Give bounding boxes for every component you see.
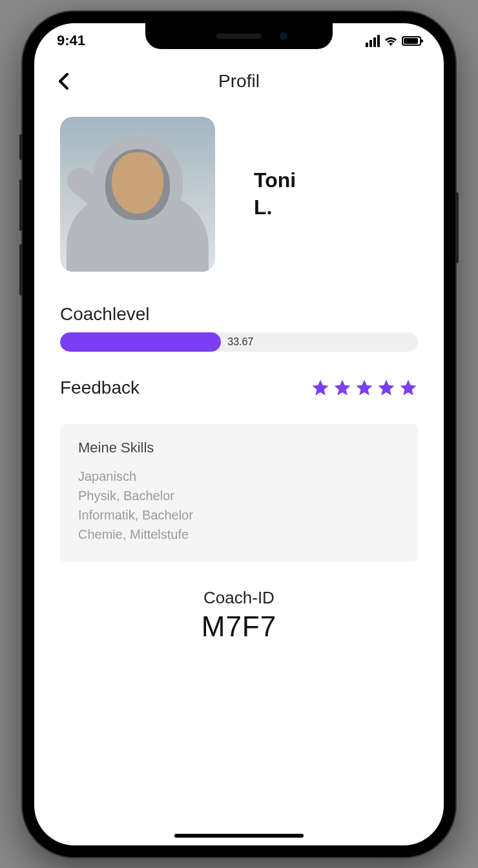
page-title: Profil: [218, 71, 260, 92]
skills-list: JapanischPhysik, BachelorInformatik, Bac…: [78, 467, 400, 544]
home-indicator[interactable]: [174, 834, 304, 838]
profile-name: Toni L.: [254, 167, 296, 221]
screen: 9:41: [34, 23, 444, 845]
feedback-row: Feedback: [60, 378, 418, 398]
feedback-stars: [311, 378, 418, 398]
skill-item: Chemie, Mittelstufe: [78, 525, 400, 544]
side-button: [19, 179, 23, 231]
feedback-label: Feedback: [60, 378, 140, 398]
star-icon: [333, 378, 352, 398]
profile-header: Toni L.: [60, 117, 418, 272]
back-button[interactable]: [54, 72, 73, 91]
coach-id-value: M7F7: [60, 611, 418, 643]
nav-header: Profil: [34, 59, 444, 97]
skill-item: Informatik, Bachelor: [78, 505, 400, 525]
cellular-signal-icon: [366, 35, 380, 47]
skill-item: Physik, Bachelor: [78, 486, 400, 505]
skills-title: Meine Skills: [78, 439, 400, 456]
star-icon: [399, 378, 418, 398]
battery-icon: [402, 36, 421, 46]
coach-id-label: Coach-ID: [60, 588, 418, 608]
coach-id-section: Coach-ID M7F7: [60, 588, 418, 643]
side-button: [19, 134, 23, 160]
phone-frame: 9:41: [23, 12, 455, 857]
skills-card: Meine Skills JapanischPhysik, BachelorIn…: [60, 424, 418, 562]
coachlevel-progress: 33.67: [60, 332, 418, 352]
notch: [145, 23, 333, 49]
side-button: [19, 244, 23, 296]
status-time: 9:41: [57, 32, 85, 49]
camera: [280, 32, 287, 40]
status-right: [366, 35, 421, 47]
wifi-icon: [384, 35, 398, 46]
chevron-left-icon: [58, 73, 68, 90]
side-button: [455, 192, 459, 263]
progress-value: 33.67: [227, 336, 253, 348]
star-icon: [311, 378, 330, 398]
coachlevel-label: Coachlevel: [60, 304, 418, 325]
last-initial: L.: [254, 196, 272, 219]
avatar[interactable]: [60, 117, 215, 272]
progress-fill: 33.67: [60, 332, 221, 352]
skill-item: Japanisch: [78, 467, 400, 486]
speaker: [216, 34, 262, 39]
first-name: Toni: [254, 168, 296, 192]
star-icon: [377, 378, 396, 398]
content: Toni L. Coachlevel 33.67 Feedback Meine …: [34, 97, 444, 643]
star-icon: [355, 378, 374, 398]
